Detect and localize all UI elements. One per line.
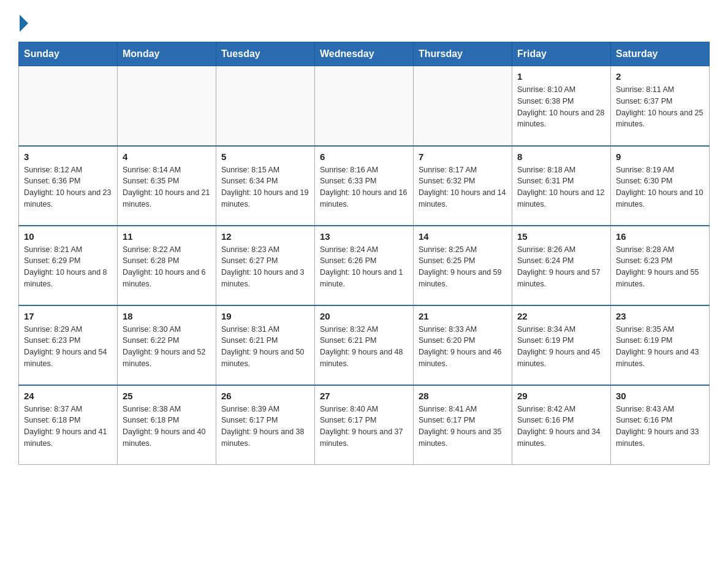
calendar-cell: 26Sunrise: 8:39 AM Sunset: 6:17 PM Dayli… [216, 385, 315, 465]
day-number: 28 [419, 391, 507, 401]
day-info: Sunrise: 8:22 AM Sunset: 6:28 PM Dayligh… [123, 244, 211, 290]
day-info: Sunrise: 8:42 AM Sunset: 6:16 PM Dayligh… [517, 404, 605, 450]
day-info: Sunrise: 8:26 AM Sunset: 6:24 PM Dayligh… [517, 244, 605, 290]
day-number: 13 [320, 231, 408, 242]
column-header-saturday: Saturday [611, 42, 710, 66]
calendar-cell: 19Sunrise: 8:31 AM Sunset: 6:21 PM Dayli… [216, 305, 315, 385]
day-number: 11 [123, 231, 211, 242]
day-number: 1 [517, 71, 605, 82]
day-info: Sunrise: 8:18 AM Sunset: 6:31 PM Dayligh… [517, 164, 605, 210]
calendar-week-row: 3Sunrise: 8:12 AM Sunset: 6:36 PM Daylig… [19, 146, 710, 226]
column-header-thursday: Thursday [414, 42, 512, 66]
calendar-cell [315, 66, 414, 146]
day-number: 8 [517, 151, 605, 162]
day-info: Sunrise: 8:41 AM Sunset: 6:17 PM Dayligh… [419, 404, 507, 450]
day-info: Sunrise: 8:21 AM Sunset: 6:29 PM Dayligh… [24, 244, 112, 290]
calendar-cell: 9Sunrise: 8:19 AM Sunset: 6:30 PM Daylig… [611, 146, 710, 226]
day-number: 15 [517, 231, 605, 242]
calendar-cell: 1Sunrise: 8:10 AM Sunset: 6:38 PM Daylig… [512, 66, 611, 146]
day-number: 7 [419, 151, 507, 162]
calendar-cell [414, 66, 512, 146]
calendar-cell: 2Sunrise: 8:11 AM Sunset: 6:37 PM Daylig… [611, 66, 710, 146]
day-info: Sunrise: 8:39 AM Sunset: 6:17 PM Dayligh… [221, 404, 309, 450]
day-info: Sunrise: 8:29 AM Sunset: 6:23 PM Dayligh… [24, 324, 112, 370]
day-number: 23 [616, 311, 704, 321]
logo [18, 12, 28, 29]
day-info: Sunrise: 8:24 AM Sunset: 6:26 PM Dayligh… [320, 244, 408, 290]
calendar-cell: 23Sunrise: 8:35 AM Sunset: 6:19 PM Dayli… [611, 305, 710, 385]
day-info: Sunrise: 8:33 AM Sunset: 6:20 PM Dayligh… [419, 324, 507, 370]
page-header [18, 12, 710, 29]
calendar-cell: 21Sunrise: 8:33 AM Sunset: 6:20 PM Dayli… [414, 305, 512, 385]
calendar-cell: 5Sunrise: 8:15 AM Sunset: 6:34 PM Daylig… [216, 146, 315, 226]
calendar-cell: 20Sunrise: 8:32 AM Sunset: 6:21 PM Dayli… [315, 305, 414, 385]
day-number: 30 [616, 391, 704, 401]
calendar-cell: 15Sunrise: 8:26 AM Sunset: 6:24 PM Dayli… [512, 226, 611, 305]
day-info: Sunrise: 8:25 AM Sunset: 6:25 PM Dayligh… [419, 244, 507, 290]
day-info: Sunrise: 8:40 AM Sunset: 6:17 PM Dayligh… [320, 404, 408, 450]
column-header-wednesday: Wednesday [315, 42, 414, 66]
calendar-header-row: SundayMondayTuesdayWednesdayThursdayFrid… [19, 42, 710, 66]
day-number: 6 [320, 151, 408, 162]
calendar-week-row: 1Sunrise: 8:10 AM Sunset: 6:38 PM Daylig… [19, 66, 710, 146]
day-info: Sunrise: 8:11 AM Sunset: 6:37 PM Dayligh… [616, 84, 704, 130]
day-number: 12 [221, 231, 309, 242]
day-info: Sunrise: 8:17 AM Sunset: 6:32 PM Dayligh… [419, 164, 507, 210]
calendar-cell: 29Sunrise: 8:42 AM Sunset: 6:16 PM Dayli… [512, 385, 611, 465]
calendar-cell: 13Sunrise: 8:24 AM Sunset: 6:26 PM Dayli… [315, 226, 414, 305]
calendar-cell: 28Sunrise: 8:41 AM Sunset: 6:17 PM Dayli… [414, 385, 512, 465]
day-info: Sunrise: 8:38 AM Sunset: 6:18 PM Dayligh… [123, 404, 211, 450]
day-number: 29 [517, 391, 605, 401]
calendar-cell: 7Sunrise: 8:17 AM Sunset: 6:32 PM Daylig… [414, 146, 512, 226]
day-number: 21 [419, 311, 507, 321]
calendar-cell: 16Sunrise: 8:28 AM Sunset: 6:23 PM Dayli… [611, 226, 710, 305]
day-info: Sunrise: 8:35 AM Sunset: 6:19 PM Dayligh… [616, 324, 704, 370]
day-number: 25 [123, 391, 211, 401]
day-info: Sunrise: 8:19 AM Sunset: 6:30 PM Dayligh… [616, 164, 704, 210]
column-header-sunday: Sunday [19, 42, 118, 66]
day-number: 2 [616, 71, 704, 82]
day-number: 3 [24, 151, 112, 162]
day-info: Sunrise: 8:30 AM Sunset: 6:22 PM Dayligh… [123, 324, 211, 370]
day-number: 18 [123, 311, 211, 321]
calendar-cell [118, 66, 216, 146]
logo-arrow-icon [20, 15, 28, 32]
day-number: 26 [221, 391, 309, 401]
day-info: Sunrise: 8:15 AM Sunset: 6:34 PM Dayligh… [221, 164, 309, 210]
day-number: 24 [24, 391, 112, 401]
calendar-week-row: 24Sunrise: 8:37 AM Sunset: 6:18 PM Dayli… [19, 385, 710, 465]
calendar-cell: 3Sunrise: 8:12 AM Sunset: 6:36 PM Daylig… [19, 146, 118, 226]
day-number: 20 [320, 311, 408, 321]
calendar-cell: 10Sunrise: 8:21 AM Sunset: 6:29 PM Dayli… [19, 226, 118, 305]
day-number: 16 [616, 231, 704, 242]
day-number: 27 [320, 391, 408, 401]
calendar-cell: 18Sunrise: 8:30 AM Sunset: 6:22 PM Dayli… [118, 305, 216, 385]
day-info: Sunrise: 8:12 AM Sunset: 6:36 PM Dayligh… [24, 164, 112, 210]
day-number: 17 [24, 311, 112, 321]
calendar-cell: 17Sunrise: 8:29 AM Sunset: 6:23 PM Dayli… [19, 305, 118, 385]
day-info: Sunrise: 8:14 AM Sunset: 6:35 PM Dayligh… [123, 164, 211, 210]
calendar-cell [216, 66, 315, 146]
calendar-table: SundayMondayTuesdayWednesdayThursdayFrid… [18, 42, 710, 465]
calendar-cell: 4Sunrise: 8:14 AM Sunset: 6:35 PM Daylig… [118, 146, 216, 226]
calendar-cell: 8Sunrise: 8:18 AM Sunset: 6:31 PM Daylig… [512, 146, 611, 226]
day-number: 4 [123, 151, 211, 162]
calendar-cell: 6Sunrise: 8:16 AM Sunset: 6:33 PM Daylig… [315, 146, 414, 226]
day-number: 14 [419, 231, 507, 242]
calendar-week-row: 17Sunrise: 8:29 AM Sunset: 6:23 PM Dayli… [19, 305, 710, 385]
calendar-cell: 30Sunrise: 8:43 AM Sunset: 6:16 PM Dayli… [611, 385, 710, 465]
calendar-cell: 11Sunrise: 8:22 AM Sunset: 6:28 PM Dayli… [118, 226, 216, 305]
calendar-cell: 22Sunrise: 8:34 AM Sunset: 6:19 PM Dayli… [512, 305, 611, 385]
day-info: Sunrise: 8:34 AM Sunset: 6:19 PM Dayligh… [517, 324, 605, 370]
calendar-week-row: 10Sunrise: 8:21 AM Sunset: 6:29 PM Dayli… [19, 226, 710, 305]
day-number: 10 [24, 231, 112, 242]
day-info: Sunrise: 8:43 AM Sunset: 6:16 PM Dayligh… [616, 404, 704, 450]
day-info: Sunrise: 8:10 AM Sunset: 6:38 PM Dayligh… [517, 84, 605, 130]
day-number: 9 [616, 151, 704, 162]
column-header-friday: Friday [512, 42, 611, 66]
day-info: Sunrise: 8:23 AM Sunset: 6:27 PM Dayligh… [221, 244, 309, 290]
day-info: Sunrise: 8:32 AM Sunset: 6:21 PM Dayligh… [320, 324, 408, 370]
day-info: Sunrise: 8:37 AM Sunset: 6:18 PM Dayligh… [24, 404, 112, 450]
day-number: 5 [221, 151, 309, 162]
day-info: Sunrise: 8:28 AM Sunset: 6:23 PM Dayligh… [616, 244, 704, 290]
